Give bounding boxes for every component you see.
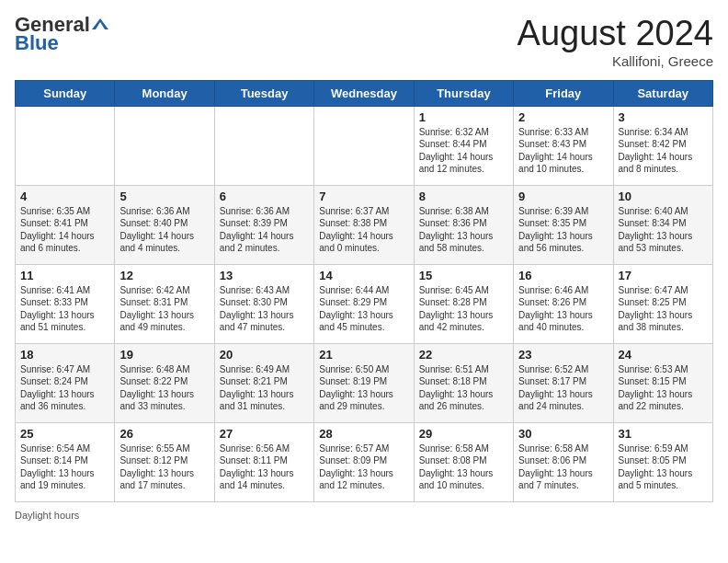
day-of-week-header: Thursday [414,80,513,106]
day-info: Sunrise: 6:50 AM Sunset: 8:19 PM Dayligh… [319,364,393,412]
calendar-header: SundayMondayTuesdayWednesdayThursdayFrid… [16,80,713,106]
week-row: 11Sunrise: 6:41 AM Sunset: 8:33 PM Dayli… [16,264,713,343]
day-number: 23 [518,348,608,362]
calendar-cell: 1Sunrise: 6:32 AM Sunset: 8:44 PM Daylig… [414,106,513,185]
calendar-cell: 14Sunrise: 6:44 AM Sunset: 8:29 PM Dayli… [314,264,414,343]
calendar-cell: 4Sunrise: 6:35 AM Sunset: 8:41 PM Daylig… [16,185,115,264]
day-number: 29 [419,427,508,441]
day-info: Sunrise: 6:32 AM Sunset: 8:44 PM Dayligh… [419,127,494,175]
calendar-cell: 6Sunrise: 6:36 AM Sunset: 8:39 PM Daylig… [214,185,313,264]
day-number: 12 [119,269,209,282]
day-number: 19 [119,348,209,362]
day-info: Sunrise: 6:34 AM Sunset: 8:42 PM Dayligh… [619,127,693,175]
day-number: 27 [220,427,309,441]
page-header: General Blue August 2024 Kallifoni, Gree… [15,15,713,69]
calendar-cell: 22Sunrise: 6:51 AM Sunset: 8:18 PM Dayli… [414,343,513,422]
day-number: 10 [619,190,708,203]
calendar-cell: 10Sunrise: 6:40 AM Sunset: 8:34 PM Dayli… [613,185,712,264]
day-of-week-header: Wednesday [314,80,414,106]
day-number: 17 [619,269,708,282]
day-info: Sunrise: 6:57 AM Sunset: 8:09 PM Dayligh… [319,443,393,491]
month-year: August 2024 [518,15,713,53]
day-number: 6 [220,190,309,203]
day-info: Sunrise: 6:38 AM Sunset: 8:36 PM Dayligh… [419,206,494,254]
calendar-cell: 19Sunrise: 6:48 AM Sunset: 8:22 PM Dayli… [115,343,214,422]
day-number: 26 [119,427,209,441]
footer: Daylight hours [15,510,713,521]
day-number: 30 [518,427,608,441]
day-info: Sunrise: 6:37 AM Sunset: 8:38 PM Dayligh… [319,206,393,254]
week-row: 4Sunrise: 6:35 AM Sunset: 8:41 PM Daylig… [16,185,713,264]
calendar-cell: 9Sunrise: 6:39 AM Sunset: 8:35 PM Daylig… [514,185,613,264]
day-info: Sunrise: 6:41 AM Sunset: 8:33 PM Dayligh… [20,285,95,333]
calendar-cell: 15Sunrise: 6:45 AM Sunset: 8:28 PM Dayli… [414,264,513,343]
day-info: Sunrise: 6:49 AM Sunset: 8:21 PM Dayligh… [220,364,294,412]
day-number: 5 [119,190,209,203]
day-info: Sunrise: 6:58 AM Sunset: 8:06 PM Dayligh… [518,443,593,491]
header-row: SundayMondayTuesdayWednesdayThursdayFrid… [16,80,713,106]
day-info: Sunrise: 6:48 AM Sunset: 8:22 PM Dayligh… [119,364,194,412]
day-number: 28 [319,427,408,441]
calendar-cell: 27Sunrise: 6:56 AM Sunset: 8:11 PM Dayli… [214,422,313,501]
day-info: Sunrise: 6:53 AM Sunset: 8:15 PM Dayligh… [619,364,693,412]
calendar-cell: 24Sunrise: 6:53 AM Sunset: 8:15 PM Dayli… [613,343,712,422]
day-of-week-header: Tuesday [214,80,313,106]
calendar-cell: 18Sunrise: 6:47 AM Sunset: 8:24 PM Dayli… [16,343,115,422]
location: Kallifoni, Greece [518,53,713,69]
day-info: Sunrise: 6:35 AM Sunset: 8:41 PM Dayligh… [20,206,95,254]
logo-icon [92,17,108,33]
day-info: Sunrise: 6:33 AM Sunset: 8:43 PM Dayligh… [518,127,593,175]
day-number: 14 [319,269,408,282]
day-number: 7 [319,190,408,203]
day-number: 8 [419,190,508,203]
daylight-hours-label: Daylight hours [15,510,79,521]
day-info: Sunrise: 6:36 AM Sunset: 8:39 PM Dayligh… [220,206,294,254]
day-info: Sunrise: 6:47 AM Sunset: 8:24 PM Dayligh… [20,364,95,412]
calendar-cell: 8Sunrise: 6:38 AM Sunset: 8:36 PM Daylig… [414,185,513,264]
calendar-cell: 20Sunrise: 6:49 AM Sunset: 8:21 PM Dayli… [214,343,313,422]
logo-blue: Blue [15,31,59,55]
calendar-cell: 16Sunrise: 6:46 AM Sunset: 8:26 PM Dayli… [514,264,613,343]
day-number: 1 [419,110,508,124]
day-info: Sunrise: 6:52 AM Sunset: 8:17 PM Dayligh… [518,364,593,412]
day-of-week-header: Saturday [613,80,712,106]
title-block: August 2024 Kallifoni, Greece [518,15,713,69]
day-number: 11 [20,269,109,282]
day-number: 20 [220,348,309,362]
day-number: 13 [220,269,309,282]
calendar-cell [16,106,115,185]
day-number: 2 [518,110,608,124]
day-number: 18 [20,348,109,362]
calendar-table: SundayMondayTuesdayWednesdayThursdayFrid… [15,80,713,502]
day-of-week-header: Sunday [16,80,115,106]
calendar-cell [115,106,214,185]
calendar-cell: 30Sunrise: 6:58 AM Sunset: 8:06 PM Dayli… [514,422,613,501]
day-number: 15 [419,269,508,282]
calendar-cell: 2Sunrise: 6:33 AM Sunset: 8:43 PM Daylig… [514,106,613,185]
calendar-cell [214,106,313,185]
calendar-cell: 21Sunrise: 6:50 AM Sunset: 8:19 PM Dayli… [314,343,414,422]
day-info: Sunrise: 6:59 AM Sunset: 8:05 PM Dayligh… [619,443,693,491]
day-info: Sunrise: 6:42 AM Sunset: 8:31 PM Dayligh… [119,285,194,333]
day-number: 3 [619,110,708,124]
day-info: Sunrise: 6:46 AM Sunset: 8:26 PM Dayligh… [518,285,593,333]
calendar-body: 1Sunrise: 6:32 AM Sunset: 8:44 PM Daylig… [16,106,713,501]
calendar-cell [314,106,414,185]
day-number: 16 [518,269,608,282]
week-row: 25Sunrise: 6:54 AM Sunset: 8:14 PM Dayli… [16,422,713,501]
day-info: Sunrise: 6:43 AM Sunset: 8:30 PM Dayligh… [220,285,294,333]
day-info: Sunrise: 6:51 AM Sunset: 8:18 PM Dayligh… [419,364,494,412]
calendar-cell: 13Sunrise: 6:43 AM Sunset: 8:30 PM Dayli… [214,264,313,343]
day-of-week-header: Friday [514,80,613,106]
day-info: Sunrise: 6:39 AM Sunset: 8:35 PM Dayligh… [518,206,593,254]
day-number: 22 [419,348,508,362]
calendar-cell: 23Sunrise: 6:52 AM Sunset: 8:17 PM Dayli… [514,343,613,422]
day-number: 4 [20,190,109,203]
day-number: 9 [518,190,608,203]
calendar-cell: 11Sunrise: 6:41 AM Sunset: 8:33 PM Dayli… [16,264,115,343]
week-row: 1Sunrise: 6:32 AM Sunset: 8:44 PM Daylig… [16,106,713,185]
day-info: Sunrise: 6:40 AM Sunset: 8:34 PM Dayligh… [619,206,693,254]
calendar-cell: 28Sunrise: 6:57 AM Sunset: 8:09 PM Dayli… [314,422,414,501]
calendar-cell: 31Sunrise: 6:59 AM Sunset: 8:05 PM Dayli… [613,422,712,501]
day-info: Sunrise: 6:45 AM Sunset: 8:28 PM Dayligh… [419,285,494,333]
